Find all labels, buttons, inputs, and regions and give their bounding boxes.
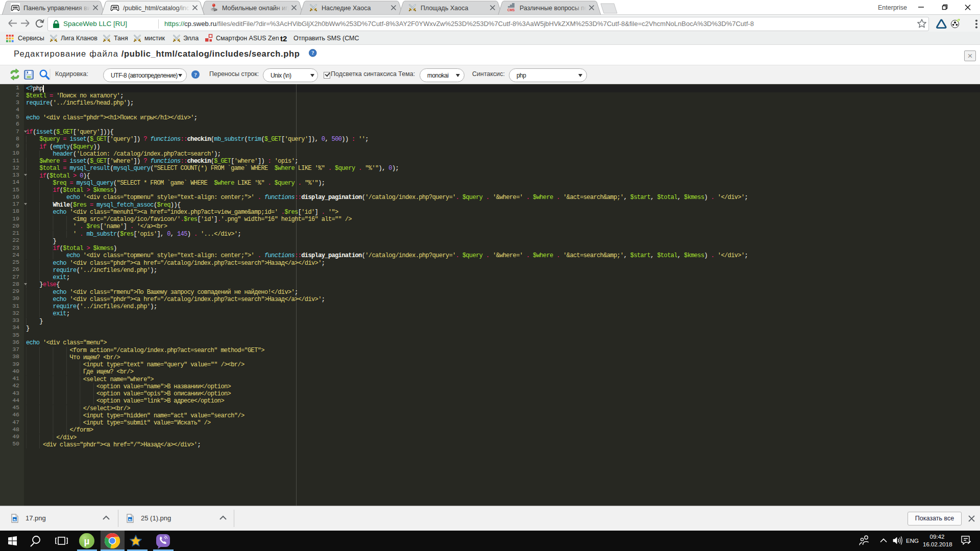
svg-text:t2: t2	[280, 34, 287, 43]
svg-text:µ: µ	[84, 536, 90, 546]
svg-text:Enterprise: Enterprise	[878, 4, 907, 11]
svg-text:?: ?	[311, 50, 314, 56]
svg-text:Наследие Хаоса: Наследие Хаоса	[322, 5, 371, 12]
svg-text:Площадь Хаоса: Площадь Хаоса	[421, 5, 468, 12]
svg-text:CMS: CMS	[507, 8, 515, 12]
svg-text:?: ?	[194, 71, 197, 78]
svg-text:ENG: ENG	[906, 538, 919, 544]
